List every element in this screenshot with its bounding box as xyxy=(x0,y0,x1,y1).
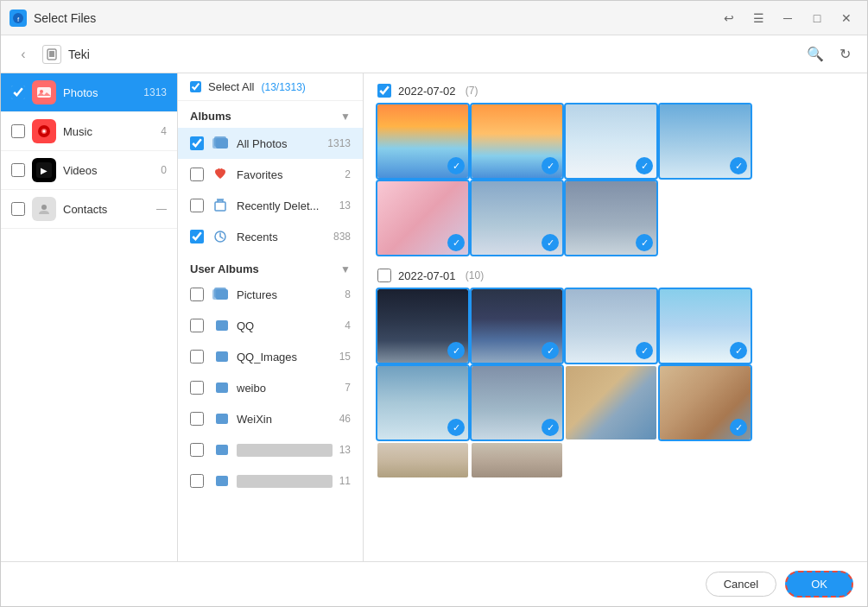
album-item-pictures[interactable]: Pictures 8 xyxy=(178,279,363,310)
menu-button[interactable]: ☰ xyxy=(746,6,770,30)
pictures-icon xyxy=(211,285,230,304)
sidebar-contacts-checkbox[interactable] xyxy=(11,202,25,216)
recently-deleted-checkbox[interactable] xyxy=(190,199,204,212)
search-button[interactable]: 🔍 xyxy=(803,42,827,66)
user-albums-section-header: User Albums ▼ xyxy=(178,256,363,279)
svg-rect-26 xyxy=(216,476,228,486)
photo-thumb[interactable]: ✓ xyxy=(377,289,468,363)
sidebar-photos-checkbox[interactable] xyxy=(11,85,25,99)
app-icon: f xyxy=(10,9,27,27)
nav-bar: ‹ Teki 🔍 ↻ xyxy=(1,35,867,73)
photo-thumb[interactable]: ✓ xyxy=(472,289,562,363)
photo-thumb[interactable]: ✓ xyxy=(377,366,468,439)
sidebar-item-photos[interactable]: Photos 1313 xyxy=(1,73,177,112)
sidebar-videos-checkbox[interactable] xyxy=(11,163,25,177)
recents-checkbox[interactable] xyxy=(190,230,204,243)
date-group-1-checkbox[interactable] xyxy=(377,269,391,282)
recently-deleted-count: 13 xyxy=(339,199,351,212)
album-item-qq-images[interactable]: QQ_Images 15 xyxy=(178,341,363,372)
all-photos-icon xyxy=(211,134,230,153)
photo-thumb[interactable]: ✓ xyxy=(660,289,751,363)
album7-count: 11 xyxy=(339,475,351,487)
album-item-6[interactable]: 13 xyxy=(178,434,363,465)
sidebar-music-checkbox[interactable] xyxy=(11,124,25,138)
photo-thumb[interactable]: ✓ xyxy=(377,104,468,178)
back-button[interactable]: ‹ xyxy=(11,42,35,66)
sidebar-item-contacts[interactable]: Contacts — xyxy=(1,190,177,229)
photo-thumb[interactable]: ✓ xyxy=(472,104,562,178)
photo-thumb[interactable] xyxy=(377,443,468,477)
photo-thumb[interactable] xyxy=(472,443,562,477)
photo-thumb[interactable]: ✓ xyxy=(472,181,562,255)
close-button[interactable]: ✕ xyxy=(834,6,858,30)
cancel-button[interactable]: Cancel xyxy=(706,572,776,597)
date-count-0: (7) xyxy=(463,85,478,97)
weixin-count: 46 xyxy=(339,413,351,425)
album7-checkbox[interactable] xyxy=(190,474,204,488)
album7-label xyxy=(237,475,333,488)
sidebar-item-music[interactable]: Music 4 xyxy=(1,112,177,151)
album6-icon xyxy=(211,440,230,459)
pictures-checkbox[interactable] xyxy=(190,288,204,301)
all-photos-checkbox[interactable] xyxy=(190,136,204,150)
photo-thumb[interactable]: ✓ xyxy=(660,366,751,439)
user-albums-arrow[interactable]: ▼ xyxy=(340,263,351,275)
select-all-label: Select All xyxy=(208,80,254,93)
music-icon xyxy=(32,119,56,143)
weixin-icon xyxy=(211,409,230,428)
albums-collapse-arrow[interactable]: ▼ xyxy=(340,111,351,123)
photo-thumb[interactable]: ✓ xyxy=(660,104,751,178)
weibo-label: weibo xyxy=(237,382,338,395)
select-all-checkbox[interactable] xyxy=(190,81,201,92)
weixin-checkbox[interactable] xyxy=(190,412,204,426)
recents-icon xyxy=(211,227,230,246)
album-item-weibo[interactable]: weibo 7 xyxy=(178,372,363,403)
ok-button[interactable]: OK xyxy=(785,571,853,598)
album7-icon xyxy=(211,471,230,490)
refresh-button[interactable]: ↻ xyxy=(833,42,857,66)
qq-images-label: QQ_Images xyxy=(237,351,333,364)
nav-left: ‹ Teki xyxy=(11,42,90,66)
main-content: Photos 1313 Music 4 ▶ Videos 0 xyxy=(1,73,867,561)
photo-thumb[interactable]: ✓ xyxy=(377,181,468,255)
album-item-weixin[interactable]: WeiXin 46 xyxy=(178,403,363,434)
album-item-recents[interactable]: Recents 838 xyxy=(178,221,363,252)
sidebar-photos-count: 1313 xyxy=(143,86,167,98)
photo-thumb[interactable]: ✓ xyxy=(566,289,656,363)
sidebar-music-count: 4 xyxy=(161,125,167,137)
photo-grid-1: ✓ ✓ ✓ ✓ xyxy=(377,289,853,477)
recently-deleted-icon xyxy=(211,196,230,215)
sidebar-item-videos[interactable]: ▶ Videos 0 xyxy=(1,151,177,190)
album-item-favorites[interactable]: Favorites 2 xyxy=(178,159,363,190)
photo-thumb[interactable]: ✓ xyxy=(472,366,562,439)
photo-thumb[interactable]: ✓ xyxy=(566,181,656,255)
date-label-0: 2022-07-02 xyxy=(398,85,456,98)
photo-thumb[interactable]: ✓ xyxy=(566,104,656,178)
photo-thumb[interactable] xyxy=(566,366,656,439)
sidebar: Photos 1313 Music 4 ▶ Videos 0 xyxy=(1,73,178,561)
minimize-button[interactable]: ─ xyxy=(776,6,800,30)
select-all-row[interactable]: Select All (13/1313) xyxy=(178,73,363,101)
sidebar-contacts-label: Contacts xyxy=(63,203,149,216)
album6-count: 13 xyxy=(339,444,351,456)
qq-checkbox[interactable] xyxy=(190,319,204,332)
undo-button[interactable]: ↩ xyxy=(717,6,741,30)
album-item-7[interactable]: 11 xyxy=(178,465,363,496)
favorites-count: 2 xyxy=(345,168,351,180)
photo-check-icon: ✓ xyxy=(636,157,653,174)
qq-label: QQ xyxy=(237,319,338,332)
favorites-checkbox[interactable] xyxy=(190,168,204,181)
album6-checkbox[interactable] xyxy=(190,443,204,457)
date-group-0: 2022-07-02 (7) ✓ ✓ ✓ xyxy=(377,84,853,255)
album-item-recently-deleted[interactable]: Recently Delet... 13 xyxy=(178,190,363,221)
photo-check-icon: ✓ xyxy=(636,342,653,359)
maximize-button[interactable]: □ xyxy=(805,6,829,30)
album-item-qq[interactable]: QQ 4 xyxy=(178,310,363,341)
svg-point-11 xyxy=(41,205,47,210)
weibo-checkbox[interactable] xyxy=(190,381,204,395)
date-group-0-checkbox[interactable] xyxy=(377,84,391,98)
title-bar: f Select Files ↩ ☰ ─ □ ✕ xyxy=(1,1,867,35)
album-item-all-photos[interactable]: All Photos 1313 xyxy=(178,128,363,159)
qq-images-checkbox[interactable] xyxy=(190,350,204,364)
photo-check-icon: ✓ xyxy=(730,157,747,174)
